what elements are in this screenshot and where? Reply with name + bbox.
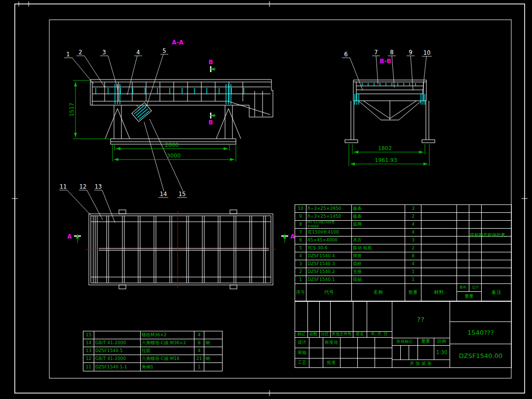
callout-14: 14 bbox=[160, 191, 167, 198]
parts-material bbox=[204, 347, 222, 355]
bom-row: 10 δ=3×25×3950 板条 3 bbox=[295, 205, 511, 213]
bom-remark bbox=[482, 221, 511, 228]
bom-name: 板条 bbox=[352, 213, 405, 220]
bom-code: DZSF1540.1 bbox=[306, 276, 352, 283]
parts-qty: 21 bbox=[194, 355, 204, 362]
bom-unit bbox=[457, 276, 469, 283]
bom-name: 弹簧 bbox=[352, 252, 405, 260]
bom-code-line2: 长4000 bbox=[307, 225, 319, 228]
bom-remark bbox=[482, 205, 511, 212]
sheet-count: 共 张 第 张 bbox=[392, 359, 450, 367]
bom-material bbox=[421, 260, 457, 268]
bom-name bbox=[352, 229, 405, 236]
parts-row: 11 DZSF1540 1-1 角钢1 1 bbox=[83, 363, 222, 371]
dim-side-width-outer: 3000 bbox=[167, 153, 181, 159]
label-change-doc: 更改文件号 bbox=[330, 331, 353, 337]
bom-header-remark: 备注 bbox=[482, 284, 511, 301]
callout-4: 4 bbox=[136, 49, 140, 56]
bom-qty: 3 bbox=[405, 205, 421, 212]
bom-qty: 2 bbox=[405, 244, 421, 252]
bom-header-weight: 重量 bbox=[457, 292, 481, 301]
bom-no: 9 bbox=[295, 213, 306, 220]
bom-qty: 4 bbox=[405, 260, 421, 268]
balloon-callouts: 1 2 3 4 5 6 7 8 9 10 11 12 13 14 15 bbox=[59, 47, 432, 223]
callout-5: 5 bbox=[162, 47, 166, 54]
callout-8: 8 bbox=[390, 49, 393, 56]
bom-remark bbox=[482, 260, 511, 268]
callout-6: 6 bbox=[344, 51, 347, 58]
bom-no: 7 bbox=[295, 229, 306, 236]
bom-header-no: 序号 bbox=[295, 284, 306, 301]
label-design: 设计 bbox=[295, 337, 309, 348]
label-zone: 分区 bbox=[319, 331, 330, 337]
bom-name: 底网 bbox=[352, 221, 405, 228]
bom-material bbox=[421, 213, 457, 220]
parts-no: 13 bbox=[83, 347, 94, 355]
dim-end-width-inner: 1802 bbox=[378, 145, 392, 152]
parts-code: DZSF1540 1-1 bbox=[94, 363, 141, 371]
end-view bbox=[345, 80, 435, 143]
plan-view bbox=[86, 210, 276, 289]
bom-no: 8 bbox=[295, 221, 306, 228]
view-label-aa: A-A bbox=[172, 39, 184, 46]
dim-side-width-inner: 2800 bbox=[165, 142, 179, 148]
bom-total bbox=[469, 221, 482, 228]
bom-row: 6 45×45×4000 木方 3 bbox=[295, 237, 511, 244]
bom-header-name: 名称 bbox=[352, 284, 405, 301]
label-check: 审核 bbox=[295, 348, 309, 358]
section-mark-b-top: B bbox=[208, 59, 213, 66]
parts-name: 六角螺母-C级 M16 bbox=[141, 355, 194, 362]
bom-material bbox=[421, 237, 457, 244]
parts-name: 螺栓M36×2 bbox=[141, 331, 194, 339]
callout-9: 9 bbox=[409, 49, 412, 56]
bom-code: δ=3×25×3950 bbox=[306, 205, 352, 212]
bom-header-weight-top: 单件 总计 bbox=[457, 284, 481, 292]
bom-unit bbox=[457, 205, 469, 212]
callout-11: 11 bbox=[60, 183, 67, 190]
parts-material: 钢 bbox=[204, 355, 222, 362]
bom-code: DZSF1540.2 bbox=[306, 268, 352, 276]
bom-qty: 4 bbox=[405, 229, 421, 236]
bom-header-total: 总计 bbox=[469, 284, 481, 291]
parts-row: 14 GB/T 41-2000 六角螺母-C级 M36×2 8 钢 bbox=[83, 339, 222, 347]
bom-unit bbox=[457, 213, 469, 220]
label-stage-mark: 阶段标记 bbox=[392, 338, 418, 345]
dim-end-width-outer: 1961.93 bbox=[375, 157, 397, 163]
bom-unit bbox=[457, 229, 469, 236]
bom-name: 板条 bbox=[352, 205, 405, 212]
parts-name: 六角螺母-C级 M36×2 bbox=[141, 339, 194, 347]
callout-10: 10 bbox=[423, 49, 431, 56]
callout-7: 7 bbox=[374, 49, 378, 56]
label-scale: 比例 bbox=[434, 338, 450, 345]
bom-code: δ=3×25×1450 bbox=[306, 213, 352, 220]
parts-material: 钢 bbox=[204, 339, 222, 347]
parts-no: 14 bbox=[83, 339, 94, 347]
bom-code: M1.5×1线1500宽 长4000 bbox=[306, 221, 352, 228]
company-name: ?? bbox=[392, 306, 450, 333]
bom-name: 木方 bbox=[352, 237, 405, 244]
bom-row: 1 DZSF1540.1 筛箱 1 bbox=[295, 276, 511, 284]
bom-no: 6 bbox=[295, 237, 306, 244]
drawing-number: DZSF1540.00 bbox=[450, 344, 512, 367]
bom-qty: 8 bbox=[405, 252, 421, 260]
mesh-note: 筛板网产权保护复 bbox=[470, 233, 505, 238]
bom-total bbox=[469, 268, 482, 276]
bom-material bbox=[421, 268, 457, 276]
bom-unit bbox=[457, 260, 469, 268]
bom-code: YCS-30-6 bbox=[306, 244, 352, 252]
bom-total bbox=[469, 260, 482, 268]
label-weight: 重量 bbox=[418, 338, 434, 345]
parts-name: 拉筋 bbox=[141, 347, 194, 355]
parts-no: 15 bbox=[83, 331, 94, 339]
label-date: 年. 月. 日 bbox=[367, 331, 392, 337]
bom-total bbox=[469, 244, 482, 252]
bom-unit bbox=[457, 268, 469, 276]
bom-no: 1 bbox=[295, 276, 306, 283]
bom-total bbox=[469, 276, 482, 283]
bom-remark bbox=[482, 244, 511, 252]
bom-code: DZSF1540.3 bbox=[306, 260, 352, 268]
label-process: 工艺 bbox=[295, 358, 309, 367]
bom-material bbox=[421, 221, 457, 228]
section-mark-a-left: A bbox=[67, 233, 72, 240]
bom-total bbox=[469, 252, 482, 260]
